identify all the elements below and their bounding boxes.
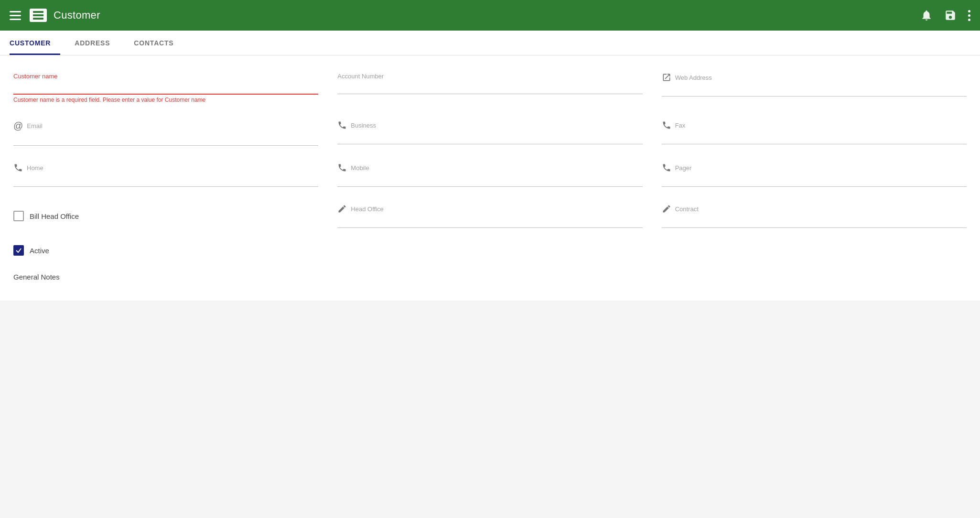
more-icon[interactable] bbox=[968, 10, 970, 21]
form-row-1: Customer name Customer name is a require… bbox=[13, 73, 967, 103]
pager-input[interactable] bbox=[662, 174, 967, 187]
active-label: Active bbox=[30, 247, 49, 255]
pager-label: Pager bbox=[675, 164, 692, 172]
pager-label-row: Pager bbox=[662, 163, 967, 173]
header-actions bbox=[920, 9, 970, 22]
customer-name-label: Customer name bbox=[13, 73, 318, 80]
form-row-3: Home Mobile bbox=[13, 163, 967, 187]
tabs-bar: CUSTOMER ADDRESS CONTACTS bbox=[0, 31, 980, 55]
business-label: Business bbox=[351, 122, 376, 129]
email-label: Email bbox=[27, 122, 43, 130]
edit-icon-head-office bbox=[337, 204, 347, 214]
home-input[interactable] bbox=[13, 174, 318, 187]
head-office-input[interactable] bbox=[337, 216, 642, 228]
web-address-label: Web Address bbox=[675, 74, 712, 81]
phone-icon-business bbox=[337, 120, 347, 130]
home-field: Home bbox=[13, 163, 318, 187]
save-icon[interactable] bbox=[944, 9, 957, 22]
mobile-field: Mobile bbox=[337, 163, 642, 187]
account-number-label: Account Number bbox=[337, 73, 642, 80]
phone-icon-fax bbox=[662, 120, 671, 130]
web-address-input[interactable] bbox=[662, 84, 967, 97]
at-icon: @ bbox=[13, 120, 23, 131]
email-field: @ Email bbox=[13, 120, 318, 146]
customer-app-icon bbox=[30, 9, 47, 22]
phone-icon-home bbox=[13, 163, 23, 173]
account-number-input[interactable] bbox=[337, 82, 642, 94]
business-label-row: Business bbox=[337, 120, 642, 130]
web-address-label-row: Web Address bbox=[662, 73, 967, 82]
account-number-field: Account Number bbox=[337, 73, 642, 103]
fax-label-row: Fax bbox=[662, 120, 967, 130]
form-row-2: @ Email Business bbox=[13, 120, 967, 146]
tab-customer[interactable]: CUSTOMER bbox=[10, 31, 60, 55]
phone-icon-mobile bbox=[337, 163, 347, 173]
home-label-row: Home bbox=[13, 163, 318, 173]
customer-name-error: Customer name is a required field. Pleas… bbox=[13, 97, 318, 103]
contract-input[interactable] bbox=[662, 216, 967, 228]
head-office-label-row: Head Office bbox=[337, 204, 642, 214]
form-row-4: Bill Head Office Head Office bbox=[13, 204, 967, 228]
email-label-row: @ Email bbox=[13, 120, 318, 131]
fax-input[interactable] bbox=[662, 132, 967, 144]
mobile-label: Mobile bbox=[351, 164, 369, 172]
mobile-input[interactable] bbox=[337, 174, 642, 187]
svg-rect-0 bbox=[33, 11, 43, 13]
customer-form: Customer name Customer name is a require… bbox=[0, 55, 980, 301]
home-label: Home bbox=[27, 164, 43, 172]
tab-address[interactable]: ADDRESS bbox=[75, 31, 119, 55]
svg-rect-1 bbox=[33, 14, 43, 16]
main-content: CUSTOMER ADDRESS CONTACTS Customer name … bbox=[0, 31, 980, 301]
head-office-field: Head Office bbox=[337, 204, 642, 228]
fax-label: Fax bbox=[675, 122, 686, 129]
edit-icon-contract bbox=[662, 204, 671, 214]
contract-label-row: Contract bbox=[662, 204, 967, 214]
bell-icon[interactable] bbox=[920, 9, 933, 22]
form-row-5: Active bbox=[13, 245, 967, 256]
menu-icon[interactable] bbox=[10, 11, 21, 20]
general-notes-row: General Notes bbox=[13, 273, 967, 281]
business-field: Business bbox=[337, 120, 642, 146]
general-notes-label: General Notes bbox=[13, 273, 60, 281]
email-input[interactable] bbox=[13, 133, 318, 146]
web-address-field: Web Address bbox=[662, 73, 967, 103]
page-title: Customer bbox=[54, 9, 920, 22]
app-header: Customer bbox=[0, 0, 980, 31]
tab-contacts[interactable]: CONTACTS bbox=[134, 31, 183, 55]
customer-name-field: Customer name Customer name is a require… bbox=[13, 73, 318, 103]
external-link-icon bbox=[662, 73, 671, 82]
active-checkbox[interactable] bbox=[13, 245, 24, 256]
contract-field: Contract bbox=[662, 204, 967, 228]
contract-label: Contract bbox=[675, 205, 699, 213]
fax-field: Fax bbox=[662, 120, 967, 146]
bill-head-office-label: Bill Head Office bbox=[30, 212, 79, 220]
mobile-label-row: Mobile bbox=[337, 163, 642, 173]
bill-head-office-checkbox[interactable] bbox=[13, 211, 24, 221]
bill-head-office-field: Bill Head Office bbox=[13, 211, 318, 221]
svg-rect-2 bbox=[33, 18, 43, 20]
business-input[interactable] bbox=[337, 132, 642, 144]
head-office-label: Head Office bbox=[351, 205, 383, 213]
active-field: Active bbox=[13, 245, 318, 256]
customer-name-input[interactable] bbox=[13, 82, 318, 95]
pager-field: Pager bbox=[662, 163, 967, 187]
phone-icon-pager bbox=[662, 163, 671, 173]
